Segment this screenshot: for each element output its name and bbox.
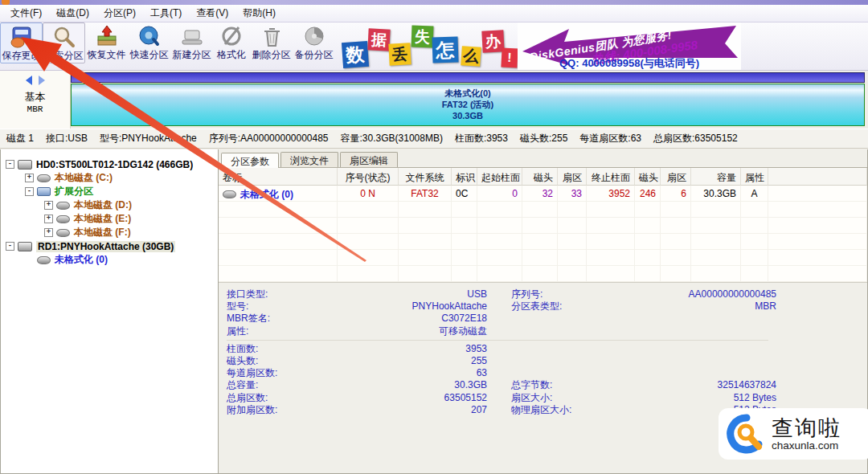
quick-partition-icon [137,25,162,47]
watermark-domain: chaxunla.com [772,439,841,452]
row-start-head: 32 [522,186,558,202]
disk-info-segment: 序列号:AA00000000000485 [209,132,329,145]
disk-table-type-label: MBR [0,104,70,114]
chaxunla-logo-icon [727,414,767,454]
ad-banner[interactable]: DiskGenius团队 为您服务! 热线: 400-008-9958 QQ: … [518,22,741,70]
save-changes-button[interactable]: 保存更改 [0,22,43,63]
row-capacity: 30.3GB [691,186,741,202]
toolbar-label: 搜索分区 [43,49,84,63]
drive-icon [56,229,70,237]
expand-icon[interactable]: + [44,228,53,237]
detail-label: 型号: [227,300,378,313]
row-volume: 未格式化 (0) [219,186,338,202]
format-button[interactable]: 格式化 [213,22,250,62]
table-empty-body [219,202,867,282]
menu-disk[interactable]: 磁盘(D) [49,4,96,22]
col-filler [768,168,867,186]
detail-value: AA00000000000485 [649,288,776,300]
detail-label: 分区表类型: [511,300,649,313]
col-end-head[interactable]: 磁头 [635,168,661,186]
tree-item-rd1[interactable]: - RD1:PNYHookAttache (30GB) [1,239,218,253]
tree-item-local-c[interactable]: + 本地磁盘 (C:) [1,171,218,185]
collapse-icon[interactable]: - [25,187,34,196]
tree-item-local-f[interactable]: + 本地磁盘 (F:) [1,226,218,239]
expand-icon[interactable]: + [25,174,34,182]
menu-partition[interactable]: 分区(P) [96,4,143,22]
menu-tools[interactable]: 工具(T) [143,4,189,22]
disk-info-bar: 磁盘 1 接口:USB 型号:PNYHookAttache 序列号:AA0000… [0,129,868,149]
collapse-icon[interactable]: - [6,160,14,169]
ad-slogan-tiles[interactable]: 数 据 丢 失 怎 么 办 ! [342,24,518,69]
detail-value: 512 Bytes [649,392,776,404]
delete-partition-button[interactable]: 删除分区 [250,22,293,62]
ad-tile: 据 [367,28,390,51]
col-capacity[interactable]: 容量 [691,168,741,186]
detail-label: 每道扇区数: [227,367,378,379]
tab-browse-files[interactable]: 浏览文件 [280,152,338,167]
disk-info-segment: 磁头数:255 [520,132,567,145]
expand-icon[interactable]: + [44,201,53,210]
menu-file[interactable]: 文件(F) [3,4,49,22]
trash-icon [260,25,284,47]
ad-tile: 失 [411,26,434,48]
col-id[interactable]: 标识 [452,168,477,186]
tree-item-unformatted[interactable]: 未格式化 (0) [1,253,218,267]
row-filesystem: FAT32 [399,186,452,202]
ad-tile: ! [501,47,518,67]
tab-sector-edit[interactable]: 扇区编辑 [340,152,398,167]
tab-partition-params[interactable]: 分区参数 [221,153,279,168]
tree-item-local-e[interactable]: + 本地磁盘 (E:) [1,212,218,226]
detail-value: 3953 [378,343,487,355]
tree-item-extended-partition[interactable]: - 扩展分区 [1,185,218,198]
col-start-sec[interactable]: 扇区 [558,168,587,186]
prev-disk-arrow-icon[interactable] [26,76,32,85]
search-partition-button[interactable]: 搜索分区 [43,22,85,63]
ad-tile: 数 [342,41,369,68]
menu-view[interactable]: 查看(V) [189,4,235,22]
ad-qq: QQ: 4000089958(与电话同号) [559,56,699,71]
tree-item-label: 本地磁盘 (D:) [74,198,132,212]
detail-label: 序列号: [511,288,649,300]
recover-files-button[interactable]: 恢复文件 [85,22,128,62]
col-start-head[interactable]: 磁头 [522,168,558,186]
partition-size: 30.3GB [72,110,864,121]
detail-value: USB [378,288,487,300]
partition-block[interactable]: 未格式化(0) FAT32 (活动) 30.3GB [71,84,865,126]
toolbar-label: 格式化 [213,48,250,62]
col-filesystem[interactable]: 文件系统 [399,168,452,186]
detail-label: 磁头数: [227,355,378,367]
row-end-cyl: 3952 [587,186,635,202]
chaxunla-watermark: 查询啦 chaxunla.com [719,408,868,460]
col-end-cyl[interactable]: 终止柱面 [587,168,635,186]
disk-map-bar: 未格式化(0) FAT32 (活动) 30.3GB [71,71,868,129]
new-partition-icon [180,25,204,47]
col-status[interactable]: 序号(状态) [338,168,399,186]
detail-value: C3072E18 [378,313,487,325]
menu-help[interactable]: 帮助(H) [235,4,283,22]
detail-label: 属性: [227,325,378,337]
tree-item-local-d[interactable]: + 本地磁盘 (D:) [1,198,218,212]
col-start-cyl[interactable]: 起始柱面 [477,168,522,186]
expand-icon[interactable]: + [44,215,53,223]
col-volume[interactable]: 卷标 [219,168,338,186]
toolbar-label: 恢复文件 [85,48,128,62]
next-disk-arrow-icon[interactable] [39,76,45,85]
col-end-sec[interactable]: 扇区 [661,168,691,186]
backup-icon [302,25,326,47]
toolbar-label: 备份分区 [293,48,335,62]
detail-label: MBR签名: [227,313,378,325]
table-row[interactable]: 未格式化 (0) 0 N FAT32 0C 0 32 33 3952 246 6… [219,186,867,202]
backup-partition-button[interactable]: 备份分区 [293,22,335,62]
detail-value: 207 [378,404,487,416]
toolbar-label: 删除分区 [250,48,293,62]
detail-value: PNYHookAttache [378,300,487,313]
toolbar-label: 快速分区 [128,48,170,62]
new-partition-button[interactable]: 新建分区 [170,22,213,62]
tree-item-hd0[interactable]: - HD0:ST500LT012-1DG142 (466GB) [1,157,218,171]
toolbar-label: 新建分区 [170,48,213,62]
quick-partition-button[interactable]: 快速分区 [128,22,170,62]
tab-bar: 分区参数 浏览文件 扇区编辑 [219,149,867,168]
detail-label: 总扇区数: [227,392,378,404]
col-attr[interactable]: 属性 [741,168,768,186]
collapse-icon[interactable]: - [6,242,14,251]
